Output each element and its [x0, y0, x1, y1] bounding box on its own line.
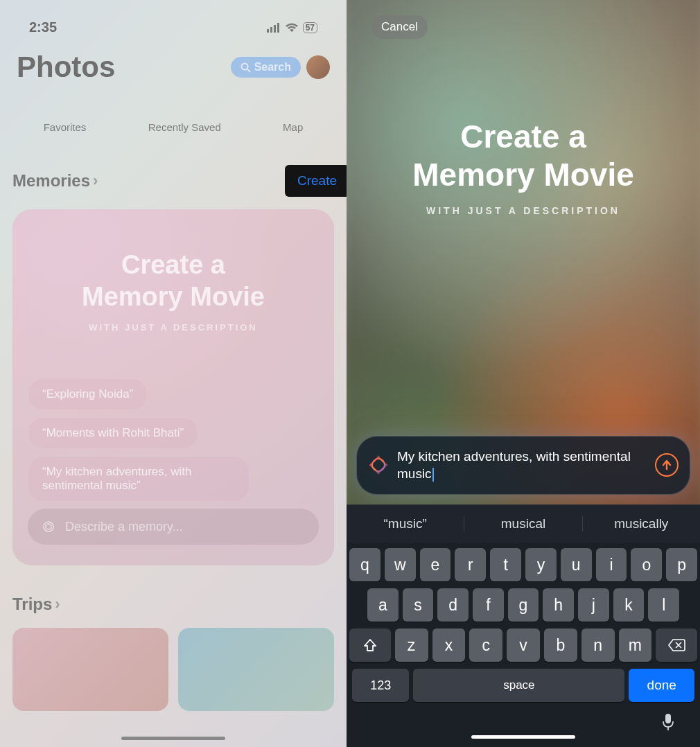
backspace-icon: [667, 638, 685, 652]
key-x[interactable]: x: [432, 629, 466, 662]
key-b[interactable]: b: [544, 629, 577, 662]
status-bar: 2:35 57: [12, 0, 334, 42]
describe-memory-input[interactable]: Describe a memory...: [28, 509, 319, 545]
suggestion[interactable]: musical: [464, 516, 582, 531]
key-f[interactable]: f: [473, 588, 504, 622]
key-v[interactable]: v: [507, 629, 540, 662]
hero-title: Create a Memory Movie: [347, 118, 700, 194]
arrow-up-icon: [660, 459, 673, 471]
apple-intelligence-icon: [40, 518, 57, 535]
mic-icon: [661, 713, 675, 731]
key-a[interactable]: a: [367, 588, 399, 622]
key-g[interactable]: g: [508, 588, 539, 622]
key-o[interactable]: o: [631, 548, 662, 581]
space-key[interactable]: space: [413, 669, 624, 702]
create-button[interactable]: Create: [285, 165, 347, 197]
submit-button[interactable]: [655, 453, 679, 477]
key-r[interactable]: r: [455, 548, 486, 581]
collections-tabs: Favorites Recently Saved Map: [12, 121, 334, 133]
key-y[interactable]: y: [525, 548, 557, 581]
input-text-value: My kitchen adventures, with sentimental …: [397, 448, 647, 483]
done-key[interactable]: done: [629, 669, 694, 702]
svg-point-8: [372, 459, 385, 471]
suggestion-pill[interactable]: “Moments with Rohit Bhati”: [28, 417, 198, 449]
memory-description-input[interactable]: My kitchen adventures, with sentimental …: [356, 436, 690, 495]
suggestion[interactable]: musically: [583, 516, 700, 531]
chevron-right-icon: ›: [55, 595, 60, 613]
search-button[interactable]: Search: [231, 57, 301, 78]
trip-card[interactable]: [12, 628, 168, 711]
status-icons: 57: [267, 19, 317, 35]
key-m[interactable]: m: [619, 629, 652, 662]
card-title: Create a Memory Movie: [28, 249, 319, 313]
trip-card[interactable]: [178, 628, 334, 711]
key-d[interactable]: d: [437, 588, 469, 622]
home-indicator[interactable]: [121, 737, 225, 740]
keyboard: qwertyuiop asdfghjkl zxcvbnm 123 space d…: [347, 543, 700, 747]
key-n[interactable]: n: [581, 629, 615, 662]
svg-rect-3: [277, 23, 279, 33]
tab-favorites[interactable]: Favorites: [44, 121, 87, 133]
suggestion-pill[interactable]: “My kitchen adventures, with sentimental…: [28, 456, 250, 502]
svg-line-5: [247, 69, 250, 72]
placeholder-text: Describe a memory...: [65, 520, 183, 534]
svg-rect-2: [274, 25, 276, 33]
suggestion-pill[interactable]: “Exploring Noida”: [28, 378, 148, 410]
dictation-button[interactable]: [661, 713, 675, 731]
keyboard-suggestions: “music” musical musically: [347, 504, 700, 543]
key-h[interactable]: h: [543, 588, 574, 622]
key-e[interactable]: e: [420, 548, 451, 581]
svg-rect-1: [270, 27, 272, 33]
key-t[interactable]: t: [490, 548, 521, 581]
tab-map[interactable]: Map: [283, 121, 303, 133]
svg-point-4: [241, 63, 247, 69]
memories-header[interactable]: Memories ›: [12, 171, 98, 191]
home-indicator[interactable]: [471, 735, 575, 739]
svg-rect-0: [267, 29, 269, 33]
shift-icon: [362, 638, 378, 653]
numbers-key[interactable]: 123: [352, 669, 409, 702]
svg-rect-9: [665, 714, 671, 723]
key-k[interactable]: k: [613, 588, 645, 622]
key-c[interactable]: c: [469, 629, 502, 662]
create-memory-screen: Cancel Create a Memory Movie WITH JUST A…: [347, 0, 700, 747]
key-s[interactable]: s: [403, 588, 434, 622]
key-z[interactable]: z: [395, 629, 428, 662]
key-i[interactable]: i: [596, 548, 627, 581]
key-q[interactable]: q: [349, 548, 380, 581]
status-time: 2:35: [29, 19, 57, 35]
cellular-icon: [267, 23, 281, 33]
shift-key[interactable]: [349, 629, 391, 662]
avatar[interactable]: [306, 55, 330, 79]
chevron-right-icon: ›: [93, 172, 98, 190]
wifi-icon: [285, 23, 299, 33]
search-icon: [240, 62, 251, 73]
trips-header[interactable]: Trips ›: [12, 595, 60, 614]
key-l[interactable]: l: [648, 588, 679, 622]
card-subtitle: WITH JUST A DESCRIPTION: [28, 322, 319, 333]
page-title: Photos: [17, 51, 115, 84]
key-w[interactable]: w: [385, 548, 416, 581]
tab-recently-saved[interactable]: Recently Saved: [148, 121, 221, 133]
cancel-button[interactable]: Cancel: [371, 15, 428, 39]
hero-subtitle: WITH JUST A DESCRIPTION: [347, 205, 700, 216]
apple-intelligence-icon: [368, 455, 389, 475]
search-label: Search: [254, 61, 291, 73]
key-u[interactable]: u: [561, 548, 592, 581]
suggestion[interactable]: “music”: [347, 516, 464, 531]
battery-icon: 57: [303, 22, 317, 33]
key-p[interactable]: p: [666, 548, 697, 581]
key-j[interactable]: j: [578, 588, 609, 622]
backspace-key[interactable]: [656, 629, 697, 662]
svg-point-7: [46, 524, 51, 529]
svg-point-6: [44, 522, 53, 531]
photos-screen: 2:35 57 Photos Search: [0, 0, 347, 747]
memory-movie-card[interactable]: Create a Memory Movie WITH JUST A DESCRI…: [12, 209, 334, 565]
